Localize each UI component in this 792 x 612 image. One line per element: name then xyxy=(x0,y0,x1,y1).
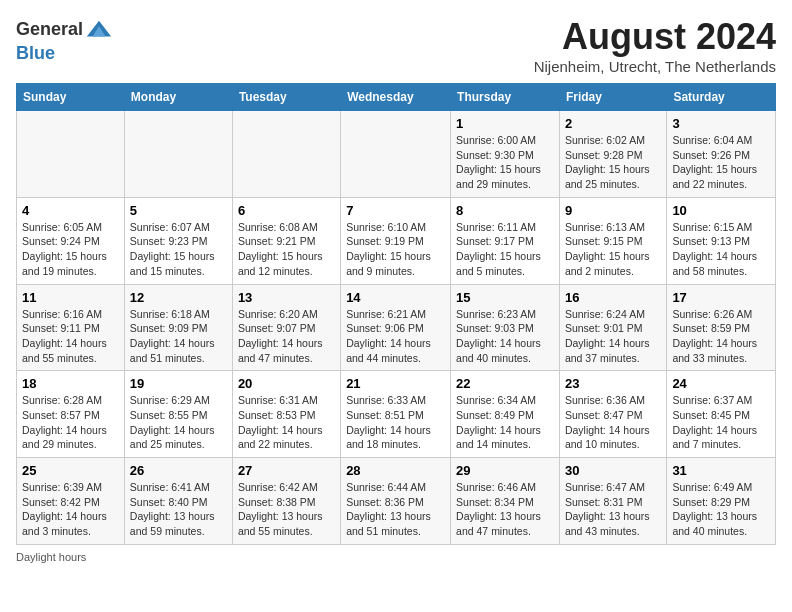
day-number: 6 xyxy=(238,203,335,218)
calendar-day-cell: 3Sunrise: 6:04 AM Sunset: 9:26 PM Daylig… xyxy=(667,111,776,198)
day-number: 2 xyxy=(565,116,661,131)
day-number: 30 xyxy=(565,463,661,478)
day-number: 19 xyxy=(130,376,227,391)
day-detail: Sunrise: 6:16 AM Sunset: 9:11 PM Dayligh… xyxy=(22,308,107,364)
main-title: August 2024 xyxy=(534,16,776,58)
day-detail: Sunrise: 6:08 AM Sunset: 9:21 PM Dayligh… xyxy=(238,221,323,277)
calendar-week-row: 18Sunrise: 6:28 AM Sunset: 8:57 PM Dayli… xyxy=(17,371,776,458)
calendar-day-cell: 25Sunrise: 6:39 AM Sunset: 8:42 PM Dayli… xyxy=(17,458,125,545)
day-number: 26 xyxy=(130,463,227,478)
day-detail: Sunrise: 6:42 AM Sunset: 8:38 PM Dayligh… xyxy=(238,481,323,537)
day-detail: Sunrise: 6:46 AM Sunset: 8:34 PM Dayligh… xyxy=(456,481,541,537)
day-detail: Sunrise: 6:02 AM Sunset: 9:28 PM Dayligh… xyxy=(565,134,650,190)
day-number: 3 xyxy=(672,116,770,131)
calendar-day-cell: 21Sunrise: 6:33 AM Sunset: 8:51 PM Dayli… xyxy=(341,371,451,458)
logo-general: General xyxy=(16,20,83,40)
day-number: 31 xyxy=(672,463,770,478)
day-number: 7 xyxy=(346,203,445,218)
calendar-header-row: SundayMondayTuesdayWednesdayThursdayFrid… xyxy=(17,84,776,111)
day-detail: Sunrise: 6:00 AM Sunset: 9:30 PM Dayligh… xyxy=(456,134,541,190)
calendar-day-cell: 31Sunrise: 6:49 AM Sunset: 8:29 PM Dayli… xyxy=(667,458,776,545)
calendar-day-cell: 6Sunrise: 6:08 AM Sunset: 9:21 PM Daylig… xyxy=(232,197,340,284)
day-detail: Sunrise: 6:23 AM Sunset: 9:03 PM Dayligh… xyxy=(456,308,541,364)
subtitle: Nijenheim, Utrecht, The Netherlands xyxy=(534,58,776,75)
day-detail: Sunrise: 6:49 AM Sunset: 8:29 PM Dayligh… xyxy=(672,481,757,537)
calendar-day-cell xyxy=(341,111,451,198)
title-block: August 2024 Nijenheim, Utrecht, The Neth… xyxy=(534,16,776,75)
day-number: 8 xyxy=(456,203,554,218)
day-number: 24 xyxy=(672,376,770,391)
day-number: 21 xyxy=(346,376,445,391)
calendar-day-cell: 13Sunrise: 6:20 AM Sunset: 9:07 PM Dayli… xyxy=(232,284,340,371)
day-detail: Sunrise: 6:29 AM Sunset: 8:55 PM Dayligh… xyxy=(130,394,215,450)
calendar-day-cell: 7Sunrise: 6:10 AM Sunset: 9:19 PM Daylig… xyxy=(341,197,451,284)
calendar-header-cell: Saturday xyxy=(667,84,776,111)
calendar-week-row: 1Sunrise: 6:00 AM Sunset: 9:30 PM Daylig… xyxy=(17,111,776,198)
calendar-day-cell: 30Sunrise: 6:47 AM Sunset: 8:31 PM Dayli… xyxy=(559,458,666,545)
calendar-body: 1Sunrise: 6:00 AM Sunset: 9:30 PM Daylig… xyxy=(17,111,776,545)
day-number: 16 xyxy=(565,290,661,305)
calendar-day-cell: 8Sunrise: 6:11 AM Sunset: 9:17 PM Daylig… xyxy=(451,197,560,284)
calendar-day-cell: 22Sunrise: 6:34 AM Sunset: 8:49 PM Dayli… xyxy=(451,371,560,458)
day-detail: Sunrise: 6:34 AM Sunset: 8:49 PM Dayligh… xyxy=(456,394,541,450)
calendar-day-cell: 19Sunrise: 6:29 AM Sunset: 8:55 PM Dayli… xyxy=(124,371,232,458)
day-detail: Sunrise: 6:24 AM Sunset: 9:01 PM Dayligh… xyxy=(565,308,650,364)
day-detail: Sunrise: 6:36 AM Sunset: 8:47 PM Dayligh… xyxy=(565,394,650,450)
calendar-table: SundayMondayTuesdayWednesdayThursdayFrid… xyxy=(16,83,776,545)
day-number: 11 xyxy=(22,290,119,305)
day-detail: Sunrise: 6:07 AM Sunset: 9:23 PM Dayligh… xyxy=(130,221,215,277)
day-detail: Sunrise: 6:47 AM Sunset: 8:31 PM Dayligh… xyxy=(565,481,650,537)
day-number: 15 xyxy=(456,290,554,305)
calendar-day-cell: 29Sunrise: 6:46 AM Sunset: 8:34 PM Dayli… xyxy=(451,458,560,545)
day-detail: Sunrise: 6:13 AM Sunset: 9:15 PM Dayligh… xyxy=(565,221,650,277)
calendar-week-row: 4Sunrise: 6:05 AM Sunset: 9:24 PM Daylig… xyxy=(17,197,776,284)
page-header: General Blue August 2024 Nijenheim, Utre… xyxy=(16,16,776,75)
day-number: 12 xyxy=(130,290,227,305)
day-number: 9 xyxy=(565,203,661,218)
calendar-day-cell: 23Sunrise: 6:36 AM Sunset: 8:47 PM Dayli… xyxy=(559,371,666,458)
day-number: 25 xyxy=(22,463,119,478)
day-number: 20 xyxy=(238,376,335,391)
calendar-day-cell: 26Sunrise: 6:41 AM Sunset: 8:40 PM Dayli… xyxy=(124,458,232,545)
day-detail: Sunrise: 6:31 AM Sunset: 8:53 PM Dayligh… xyxy=(238,394,323,450)
calendar-week-row: 25Sunrise: 6:39 AM Sunset: 8:42 PM Dayli… xyxy=(17,458,776,545)
logo-blue: Blue xyxy=(16,43,55,63)
calendar-day-cell xyxy=(124,111,232,198)
day-detail: Sunrise: 6:26 AM Sunset: 8:59 PM Dayligh… xyxy=(672,308,757,364)
calendar-week-row: 11Sunrise: 6:16 AM Sunset: 9:11 PM Dayli… xyxy=(17,284,776,371)
day-detail: Sunrise: 6:20 AM Sunset: 9:07 PM Dayligh… xyxy=(238,308,323,364)
day-detail: Sunrise: 6:04 AM Sunset: 9:26 PM Dayligh… xyxy=(672,134,757,190)
day-detail: Sunrise: 6:05 AM Sunset: 9:24 PM Dayligh… xyxy=(22,221,107,277)
calendar-day-cell: 18Sunrise: 6:28 AM Sunset: 8:57 PM Dayli… xyxy=(17,371,125,458)
calendar-day-cell: 9Sunrise: 6:13 AM Sunset: 9:15 PM Daylig… xyxy=(559,197,666,284)
day-number: 13 xyxy=(238,290,335,305)
day-detail: Sunrise: 6:28 AM Sunset: 8:57 PM Dayligh… xyxy=(22,394,107,450)
day-number: 10 xyxy=(672,203,770,218)
day-detail: Sunrise: 6:39 AM Sunset: 8:42 PM Dayligh… xyxy=(22,481,107,537)
day-number: 14 xyxy=(346,290,445,305)
calendar-day-cell: 15Sunrise: 6:23 AM Sunset: 9:03 PM Dayli… xyxy=(451,284,560,371)
day-number: 17 xyxy=(672,290,770,305)
calendar-day-cell: 5Sunrise: 6:07 AM Sunset: 9:23 PM Daylig… xyxy=(124,197,232,284)
calendar-day-cell xyxy=(17,111,125,198)
calendar-day-cell: 10Sunrise: 6:15 AM Sunset: 9:13 PM Dayli… xyxy=(667,197,776,284)
calendar-header-cell: Thursday xyxy=(451,84,560,111)
day-number: 22 xyxy=(456,376,554,391)
calendar-day-cell: 24Sunrise: 6:37 AM Sunset: 8:45 PM Dayli… xyxy=(667,371,776,458)
calendar-day-cell: 4Sunrise: 6:05 AM Sunset: 9:24 PM Daylig… xyxy=(17,197,125,284)
day-detail: Sunrise: 6:15 AM Sunset: 9:13 PM Dayligh… xyxy=(672,221,757,277)
day-number: 1 xyxy=(456,116,554,131)
calendar-day-cell: 12Sunrise: 6:18 AM Sunset: 9:09 PM Dayli… xyxy=(124,284,232,371)
calendar-day-cell: 27Sunrise: 6:42 AM Sunset: 8:38 PM Dayli… xyxy=(232,458,340,545)
day-detail: Sunrise: 6:18 AM Sunset: 9:09 PM Dayligh… xyxy=(130,308,215,364)
calendar-day-cell: 11Sunrise: 6:16 AM Sunset: 9:11 PM Dayli… xyxy=(17,284,125,371)
day-detail: Sunrise: 6:41 AM Sunset: 8:40 PM Dayligh… xyxy=(130,481,215,537)
footer-label: Daylight hours xyxy=(16,551,776,563)
day-detail: Sunrise: 6:21 AM Sunset: 9:06 PM Dayligh… xyxy=(346,308,431,364)
calendar-header-cell: Wednesday xyxy=(341,84,451,111)
calendar-day-cell: 28Sunrise: 6:44 AM Sunset: 8:36 PM Dayli… xyxy=(341,458,451,545)
day-number: 23 xyxy=(565,376,661,391)
day-number: 27 xyxy=(238,463,335,478)
calendar-day-cell: 17Sunrise: 6:26 AM Sunset: 8:59 PM Dayli… xyxy=(667,284,776,371)
day-detail: Sunrise: 6:37 AM Sunset: 8:45 PM Dayligh… xyxy=(672,394,757,450)
